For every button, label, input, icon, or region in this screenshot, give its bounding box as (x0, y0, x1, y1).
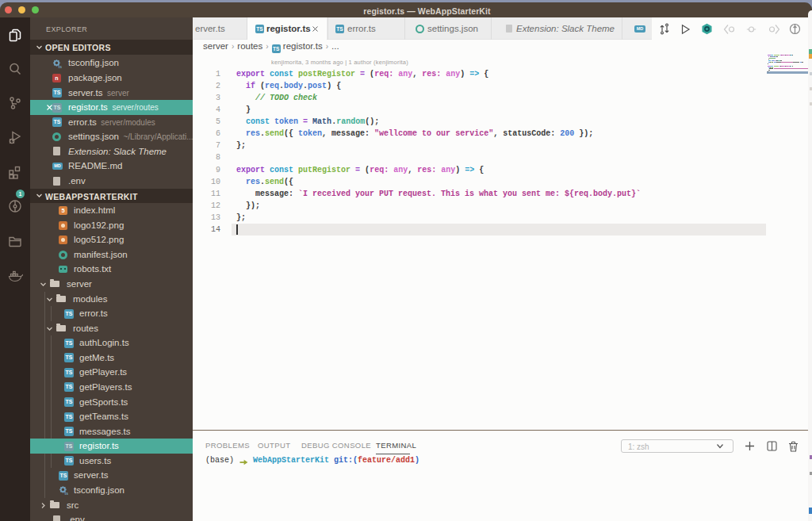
svg-text:ts: ts (59, 63, 63, 68)
svg-text:ts: ts (65, 491, 69, 496)
